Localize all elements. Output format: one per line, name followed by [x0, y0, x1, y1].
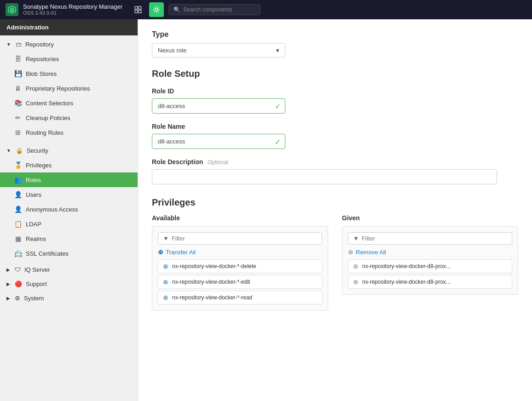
- search-bar[interactable]: 🔍 Search components: [168, 4, 260, 15]
- role-id-group: Role ID ✓: [152, 87, 518, 114]
- privileges-title: Privileges: [152, 197, 518, 208]
- sidebar-item-ldap[interactable]: 📋 LDAP: [0, 217, 138, 231]
- available-filter-wrap[interactable]: ▼: [158, 232, 322, 245]
- sidebar-item-routing-rules[interactable]: ⊞ Routing Rules: [0, 125, 138, 140]
- repo-group-db-icon: 🗃: [16, 41, 22, 48]
- available-filter-icon: ▼: [163, 235, 169, 242]
- svg-point-6: [155, 8, 158, 11]
- sidebar-item-proprietary-repos[interactable]: 🖥 Proprietary Repositories: [0, 81, 138, 96]
- type-label: Type: [152, 30, 518, 39]
- iq-server-icon: 🛡: [15, 266, 21, 273]
- content-area: Type Nexus role ▾ Role Setup Role ID ✓ R…: [138, 19, 532, 401]
- system-chevron-icon: ▶: [6, 296, 10, 301]
- sidebar-item-ssl-certificates[interactable]: 📇 SSL Certificates: [0, 246, 138, 261]
- admin-icon-btn[interactable]: [149, 2, 164, 17]
- repository-items: 🗄 Repositories 💾 Blob Stores 🖥 Proprieta…: [0, 52, 138, 140]
- sidebar-item-system[interactable]: ▶ ⚙ System: [0, 291, 138, 305]
- security-group-icon: 🔒: [16, 147, 23, 154]
- search-icon: 🔍: [173, 6, 180, 13]
- repository-section: ▼ 🗃 Repository 🗄 Repositories 💾 Blob Sto…: [0, 35, 138, 142]
- sidebar-item-cleanup-policies[interactable]: ✏ Cleanup Policies: [0, 110, 138, 125]
- ldap-icon: 📋: [14, 220, 22, 228]
- remove-all-link[interactable]: ⊗ Remove All: [348, 248, 512, 256]
- list-item[interactable]: ⊕ nx-repository-view-docker-*-edit: [158, 275, 322, 289]
- transfer-all-link[interactable]: ⊕ Transfer All: [158, 248, 322, 256]
- browse-icon-btn[interactable]: [131, 2, 145, 17]
- sidebar-item-blob-stores[interactable]: 💾 Blob Stores: [0, 66, 138, 81]
- add-item-icon-2: ⊕: [163, 294, 168, 301]
- security-group-header[interactable]: ▼ 🔒 Security: [0, 143, 138, 158]
- app-title: Sonatype Nexus Repository Manager OSS 3.…: [23, 3, 122, 17]
- sidebar-item-realms[interactable]: ▦ Realms: [0, 231, 138, 246]
- given-panel: ▼ ⊗ Remove All ⊗ nx-repository-view-dock…: [342, 226, 518, 295]
- admin-header: Administration: [0, 19, 138, 35]
- svg-marker-1: [10, 7, 14, 12]
- available-label: Available: [152, 214, 328, 222]
- repository-chevron-icon: ▼: [6, 42, 11, 47]
- content-selectors-icon: 📚: [14, 99, 22, 107]
- svg-rect-3: [139, 6, 141, 9]
- available-items-list: ⊕ nx-repository-view-docker-*-delete ⊕ n…: [158, 259, 322, 304]
- proprietary-repos-icon: 🖥: [14, 85, 22, 92]
- available-filter-input[interactable]: [172, 235, 317, 242]
- svg-rect-5: [139, 10, 141, 13]
- role-description-input[interactable]: [152, 169, 497, 184]
- roles-icon: 👥: [14, 176, 22, 183]
- transfer-all-icon: ⊕: [158, 248, 163, 256]
- role-name-input[interactable]: [152, 134, 285, 149]
- cleanup-policies-icon: ✏: [14, 114, 22, 121]
- list-item[interactable]: ⊗ nx-repository-view-docker-d8-prox...: [348, 259, 512, 273]
- role-id-label: Role ID: [152, 87, 518, 95]
- svg-rect-2: [135, 6, 138, 9]
- type-group: Type Nexus role ▾: [152, 30, 518, 57]
- sidebar: Administration ▼ 🗃 Repository 🗄 Reposito…: [0, 19, 138, 401]
- role-id-input[interactable]: [152, 98, 285, 114]
- given-filter-icon: ▼: [353, 235, 359, 242]
- sidebar-item-content-selectors[interactable]: 📚 Content Selectors: [0, 96, 138, 110]
- ssl-certificates-icon: 📇: [14, 250, 22, 257]
- type-dropdown[interactable]: Nexus role ▾: [152, 43, 285, 57]
- available-column: Available ▼ ⊕ Transfer All ⊕ nx-reposito…: [152, 214, 328, 310]
- realms-icon: ▦: [14, 235, 22, 242]
- anonymous-access-icon: 👤: [14, 206, 22, 213]
- routing-rules-icon: ⊞: [14, 129, 22, 136]
- remove-item-icon-1: ⊗: [353, 278, 359, 286]
- type-dropdown-chevron-icon: ▾: [276, 47, 279, 54]
- sidebar-item-privileges[interactable]: 🏅 Privileges: [0, 158, 138, 172]
- security-items: 🏅 Privileges 👥 Roles 👤 Users 👤 Anonymous…: [0, 158, 138, 261]
- sidebar-item-repositories[interactable]: 🗄 Repositories: [0, 52, 138, 66]
- add-item-icon-0: ⊕: [163, 263, 168, 270]
- repository-group-header[interactable]: ▼ 🗃 Repository: [0, 37, 138, 52]
- given-column: Given ▼ ⊗ Remove All ⊗ nx-repository-vie…: [342, 214, 518, 310]
- security-chevron-icon: ▼: [6, 148, 11, 153]
- sidebar-item-support[interactable]: ▶ 🔴 Support: [0, 277, 138, 291]
- remove-item-icon-0: ⊗: [353, 263, 359, 270]
- role-description-group: Role Description Optional: [152, 158, 518, 184]
- add-item-icon-1: ⊕: [163, 278, 168, 286]
- given-filter-wrap[interactable]: ▼: [348, 232, 512, 245]
- given-filter-input[interactable]: [362, 235, 507, 242]
- iq-server-chevron-icon: ▶: [6, 267, 10, 272]
- type-dropdown-value: Nexus role: [158, 47, 186, 54]
- security-section: ▼ 🔒 Security 🏅 Privileges 👥 Roles 👤 User…: [0, 142, 138, 263]
- given-items-list: ⊗ nx-repository-view-docker-d8-prox... ⊗…: [348, 259, 512, 289]
- privileges-columns: Available ▼ ⊕ Transfer All ⊕ nx-reposito…: [152, 214, 518, 310]
- support-chevron-icon: ▶: [6, 281, 10, 286]
- blob-stores-icon: 💾: [14, 70, 22, 77]
- role-setup-title: Role Setup: [152, 69, 518, 79]
- header-icons: [131, 2, 164, 17]
- role-description-label: Role Description Optional: [152, 158, 518, 166]
- list-item[interactable]: ⊗ nx-repository-view-docker-d8-prox...: [348, 275, 512, 289]
- role-id-check-icon: ✓: [275, 102, 281, 110]
- sidebar-item-users[interactable]: 👤 Users: [0, 187, 138, 202]
- given-label: Given: [342, 214, 518, 222]
- sidebar-item-iq-server[interactable]: ▶ 🛡 IQ Server: [0, 263, 138, 277]
- repositories-icon: 🗄: [14, 55, 22, 63]
- sidebar-item-roles[interactable]: 👥 Roles: [0, 172, 138, 187]
- list-item[interactable]: ⊕ nx-repository-view-docker-*-read: [158, 291, 322, 304]
- role-name-check-icon: ✓: [275, 137, 281, 146]
- sidebar-item-anonymous-access[interactable]: 👤 Anonymous Access: [0, 202, 138, 217]
- list-item[interactable]: ⊕ nx-repository-view-docker-*-delete: [158, 259, 322, 273]
- main-layout: Administration ▼ 🗃 Repository 🗄 Reposito…: [0, 19, 532, 401]
- system-icon: ⚙: [15, 295, 20, 302]
